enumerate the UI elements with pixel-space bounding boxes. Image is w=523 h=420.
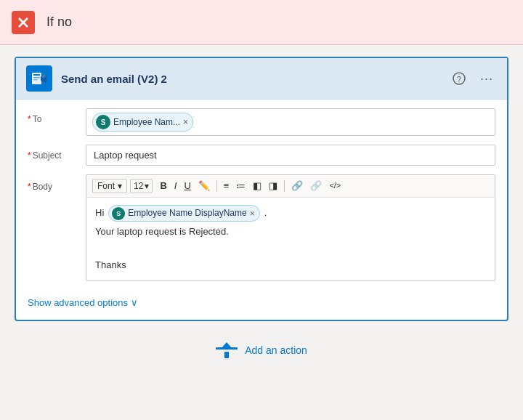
chevron-down-icon: ▾ [118,181,122,191]
to-input-container[interactable]: S Employee Nam... × [86,108,495,136]
chevron-down-icon: ▾ [145,181,149,191]
add-action-label: Add an action [245,344,307,356]
subject-field-row: *Subject [28,145,495,166]
numbered-list-button[interactable]: ≔ [233,178,248,194]
card-header: Send an email (V2) 2 ? ··· [16,58,507,100]
inline-token-label: Employee Name DisplayName [128,206,246,220]
font-size-selector[interactable]: 12 ▾ [130,179,153,193]
main-area: Send an email (V2) 2 ? ··· *To [0,45,523,420]
add-action-button[interactable]: Add an action [204,336,319,365]
bullet-list-button[interactable]: ≡ [221,178,232,194]
advanced-options-label: Show advanced options [28,297,128,308]
card-title: Send an email (V2) 2 [61,73,449,85]
to-token-label: Employee Nam... [113,117,180,127]
card-body: *To S Employee Nam... × *Subject [16,100,507,320]
svg-text:?: ? [457,75,461,84]
chevron-down-icon: ∨ [131,297,138,308]
body-field-row: *Body Font ▾ 12 ▾ [28,174,495,281]
header-bar: If no [0,0,523,45]
align-right-button[interactable]: ◨ [266,178,280,194]
font-selector[interactable]: Font ▾ [92,179,127,193]
outlook-icon [26,65,52,92]
to-field-row: *To S Employee Nam... × [28,108,495,136]
body-hi-text: Hi [95,206,104,221]
body-label: *Body [28,174,86,192]
toolbar-separator-2 [284,180,285,192]
body-dot: . [264,206,267,221]
pen-button[interactable]: ✏️ [195,178,213,194]
to-label: *To [28,108,86,124]
to-token-input[interactable]: S Employee Nam... × [86,108,495,136]
add-action-icon [216,342,238,359]
bold-button[interactable]: B [157,178,169,194]
close-button[interactable] [12,11,35,34]
svg-rect-3 [33,74,40,76]
italic-button[interactable]: I [171,178,180,194]
body-line-4: Thanks [95,258,486,273]
to-token-remove[interactable]: × [183,118,188,126]
body-line-2: Your laptop request is Rejected. [95,225,486,240]
subject-label: *Subject [28,145,86,161]
body-editor: Font ▾ 12 ▾ B I U ✏️ ≡ [86,174,495,281]
svg-rect-5 [33,79,38,81]
inline-token-avatar: S [112,207,125,220]
more-options-button[interactable]: ··· [477,68,497,89]
svg-rect-4 [33,77,40,78]
inline-token: S Employee Name DisplayName × [108,205,259,222]
align-left-button[interactable]: ◧ [250,178,264,194]
svg-marker-9 [221,342,232,349]
card-header-actions: ? ··· [449,68,497,89]
inline-token-remove[interactable]: × [250,209,255,218]
link-button[interactable]: 🔗 [288,178,306,194]
editor-toolbar: Font ▾ 12 ▾ B I U ✏️ ≡ [86,175,495,198]
unlink-button[interactable]: 🔗 [307,178,325,194]
subject-input-container [86,145,495,166]
advanced-options-toggle[interactable]: Show advanced options ∨ [28,290,138,311]
toolbar-separator-1 [216,180,217,192]
body-line-1: Hi S Employee Name DisplayName × . [95,205,486,222]
email-action-card: Send an email (V2) 2 ? ··· *To [15,57,508,321]
add-action-area: Add an action [204,336,319,372]
underline-button[interactable]: U [181,178,193,194]
code-button[interactable]: </> [326,179,344,193]
editor-content[interactable]: Hi S Employee Name DisplayName × . Your … [86,198,495,280]
body-line-3 [95,243,486,258]
body-editor-container: Font ▾ 12 ▾ B I U ✏️ ≡ [86,174,495,281]
ellipsis-icon: ··· [480,71,493,86]
to-token-avatar: S [96,115,110,129]
to-token: S Employee Nam... × [92,113,193,132]
subject-input[interactable] [86,145,495,166]
help-button[interactable]: ? [449,68,469,89]
svg-rect-10 [224,352,229,358]
header-title: If no [46,15,72,30]
